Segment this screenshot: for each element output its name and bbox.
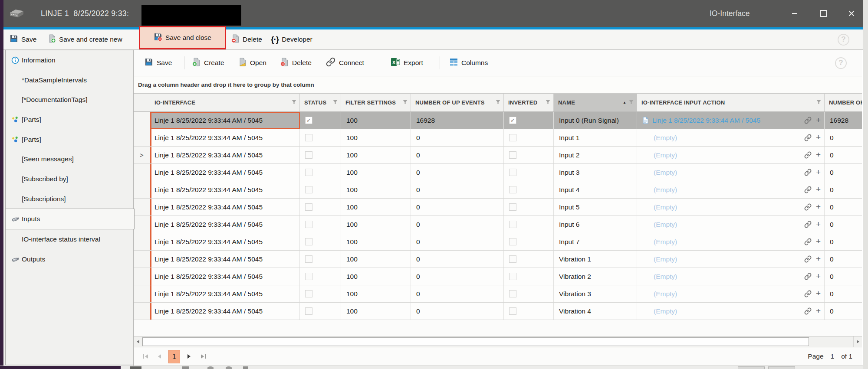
scroll-right-arrow[interactable]	[853, 336, 862, 347]
sidebar-item-seen-messages[interactable]: [Seen messages]	[6, 149, 134, 169]
last-page-button[interactable]	[197, 350, 209, 363]
checkbox-unchecked[interactable]	[305, 307, 312, 315]
add-action-icon[interactable]: +	[816, 255, 821, 263]
table-row[interactable]: Linje 1 8/25/2022 9:33:44 AM / 50451000V…	[134, 251, 862, 268]
sidebar-item-information[interactable]: Information	[6, 50, 134, 70]
horizontal-scrollbar[interactable]	[134, 336, 862, 347]
col-header-number-of[interactable]: NUMBER OF	[825, 94, 862, 111]
next-page-button[interactable]	[184, 350, 195, 363]
add-action-icon[interactable]: +	[816, 202, 821, 211]
link-action-icon[interactable]	[804, 290, 812, 297]
add-action-icon[interactable]: +	[816, 116, 821, 124]
checkbox-unchecked[interactable]	[509, 273, 516, 280]
sidebar-item-datasampleintervals[interactable]: *DataSampleIntervals	[6, 70, 134, 90]
grid-columns-button[interactable]: Columns	[450, 50, 488, 76]
col-header-status[interactable]: STATUS	[300, 94, 341, 111]
checkbox-unchecked[interactable]	[305, 151, 312, 159]
grid-connect-button[interactable]: Connect	[326, 50, 364, 76]
close-button[interactable]	[844, 7, 859, 20]
grid-delete-button[interactable]: Delete	[280, 50, 312, 76]
checkbox-unchecked[interactable]	[509, 203, 516, 211]
developer-button[interactable]: {·} Developer	[271, 29, 312, 49]
add-action-icon[interactable]: +	[816, 307, 821, 315]
col-header-io-interface[interactable]: IO-INTERFACE	[150, 94, 300, 111]
table-row[interactable]: Linje 1 8/25/2022 9:33:44 AM / 50451000I…	[134, 129, 862, 147]
col-header-io-interface-input-action[interactable]: IO-INTERFACE INPUT ACTION	[637, 94, 825, 111]
filter-icon[interactable]	[816, 99, 822, 106]
table-row[interactable]: Linje 1 8/25/2022 9:33:44 AM / 50451000V…	[134, 285, 862, 303]
add-action-icon[interactable]: +	[816, 220, 821, 228]
add-action-icon[interactable]: +	[816, 237, 821, 245]
checkbox-checked[interactable]: ✓	[509, 117, 516, 124]
checkbox-unchecked[interactable]	[305, 134, 312, 141]
link-action-icon[interactable]	[804, 117, 812, 124]
table-row[interactable]: Linje 1 8/25/2022 9:33:44 AM / 50451000V…	[134, 268, 862, 285]
sidebar-item-outputs[interactable]: Outputs	[6, 249, 134, 269]
grid-open-button[interactable]: Open	[238, 50, 266, 76]
scroll-left-arrow[interactable]	[134, 336, 142, 347]
table-row[interactable]: Linje 1 8/25/2022 9:33:44 AM / 5045✓1001…	[134, 112, 862, 129]
link-action-icon[interactable]	[804, 151, 812, 159]
checkbox-unchecked[interactable]	[305, 169, 312, 176]
add-action-icon[interactable]: +	[816, 168, 821, 176]
col-header-name[interactable]: NAME▲	[554, 94, 637, 111]
save-button[interactable]: Save	[10, 29, 36, 49]
save-and-close-button[interactable]: Save and close	[139, 26, 226, 49]
checkbox-unchecked[interactable]	[305, 238, 312, 245]
sidebar-item-documentationtags[interactable]: [*DocumentationTags]	[6, 90, 134, 110]
link-action-icon[interactable]	[804, 221, 812, 228]
scrollbar-thumb[interactable]	[142, 337, 809, 346]
col-header-inverted[interactable]: INVERTED	[504, 94, 554, 111]
save-and-create-new-button[interactable]: Save and create new	[47, 29, 122, 49]
link-action-icon[interactable]	[804, 255, 812, 263]
checkbox-checked[interactable]: ✓	[305, 117, 312, 124]
table-row[interactable]: Linje 1 8/25/2022 9:33:44 AM / 50451000I…	[134, 216, 862, 233]
table-row[interactable]: Linje 1 8/25/2022 9:33:44 AM / 50451000I…	[134, 199, 862, 216]
input-action-link[interactable]: Linje 1 8/25/2022 9:33:44 AM / 5045	[652, 117, 760, 124]
checkbox-unchecked[interactable]	[305, 290, 312, 297]
delete-record-button[interactable]: Delete	[231, 29, 262, 49]
checkbox-unchecked[interactable]	[305, 255, 312, 263]
checkbox-unchecked[interactable]	[305, 273, 312, 280]
table-row[interactable]: Linje 1 8/25/2022 9:33:44 AM / 50451000I…	[134, 181, 862, 199]
sidebar-item-parts[interactable]: [Parts]	[6, 130, 134, 150]
col-header-filter-settings[interactable]: FILTER SETTINGS	[341, 94, 411, 111]
link-action-icon[interactable]	[804, 186, 812, 193]
checkbox-unchecked[interactable]	[305, 203, 312, 211]
filter-icon[interactable]	[332, 99, 338, 106]
checkbox-unchecked[interactable]	[509, 290, 516, 297]
link-action-icon[interactable]	[804, 307, 812, 315]
checkbox-unchecked[interactable]	[305, 186, 312, 193]
link-action-icon[interactable]	[804, 238, 812, 245]
checkbox-unchecked[interactable]	[509, 255, 516, 263]
sidebar-item-inputs[interactable]: Inputs	[6, 209, 134, 229]
filter-icon[interactable]	[628, 99, 634, 106]
prev-page-button[interactable]	[154, 350, 165, 363]
add-action-icon[interactable]: +	[816, 133, 821, 141]
add-action-icon[interactable]: +	[816, 272, 821, 280]
checkbox-unchecked[interactable]	[509, 169, 516, 176]
checkbox-unchecked[interactable]	[509, 134, 516, 141]
filter-icon[interactable]	[291, 99, 297, 106]
link-action-icon[interactable]	[804, 273, 812, 280]
filter-icon[interactable]	[495, 99, 501, 106]
table-row[interactable]: Linje 1 8/25/2022 9:33:44 AM / 50451000V…	[134, 303, 862, 320]
checkbox-unchecked[interactable]	[509, 307, 516, 315]
filter-icon[interactable]	[402, 99, 408, 106]
group-by-bar[interactable]: Drag a column header and drop it here to…	[134, 76, 862, 93]
filter-icon[interactable]	[545, 99, 551, 106]
link-action-icon[interactable]	[804, 134, 812, 141]
help-button-top[interactable]: ?	[838, 29, 849, 49]
add-action-icon[interactable]: +	[816, 289, 821, 297]
checkbox-unchecked[interactable]	[509, 151, 516, 159]
table-row[interactable]: Linje 1 8/25/2022 9:33:44 AM / 50451000I…	[134, 233, 862, 251]
sidebar-item-io-interface-status-interval[interactable]: IO-interface status interval	[6, 229, 134, 249]
checkbox-unchecked[interactable]	[509, 186, 516, 193]
current-page-button[interactable]: 1	[168, 350, 180, 363]
link-action-icon[interactable]	[804, 169, 812, 176]
sidebar-item-parts[interactable]: [Parts]	[6, 110, 134, 130]
sidebar-item-subscribed-by[interactable]: [Subscribed by]	[6, 169, 134, 189]
table-row[interactable]: >Linje 1 8/25/2022 9:33:44 AM / 50451000…	[134, 147, 862, 164]
checkbox-unchecked[interactable]	[305, 221, 312, 228]
sidebar-item-subscriptions[interactable]: [Subscriptions]	[6, 189, 134, 209]
